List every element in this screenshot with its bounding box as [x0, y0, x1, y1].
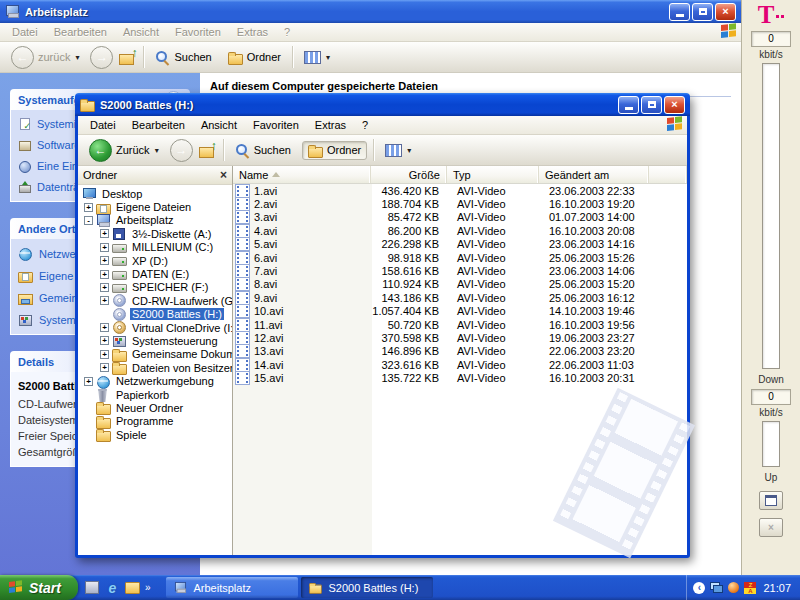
- search-button[interactable]: Suchen: [230, 141, 296, 159]
- tree-item-millenium-c[interactable]: +MILLENIUM (C:): [78, 241, 232, 254]
- tree-item-netzwerkumgebung[interactable]: +Netzwerkumgebung: [78, 374, 232, 387]
- file-row-14-avi[interactable]: 14.avi323.616 KBAVI-Video22.06.2003 11:0…: [233, 358, 687, 371]
- expander-icon[interactable]: +: [84, 377, 93, 386]
- file-row-5-avi[interactable]: 5.avi226.298 KBAVI-Video23.06.2003 14:16: [233, 238, 687, 251]
- menu-item-bearbeiten[interactable]: Bearbeiten: [124, 118, 193, 132]
- views-button[interactable]: ▾: [380, 142, 416, 159]
- minimize-button[interactable]: [669, 3, 690, 21]
- restore-button[interactable]: [692, 3, 713, 21]
- menu-item-[interactable]: ?: [276, 25, 298, 39]
- overflow-chevron-icon[interactable]: »: [145, 582, 151, 593]
- tree-item-speicher-f[interactable]: +SPEICHER (F:): [78, 281, 232, 294]
- column-header-ge-ndert-am[interactable]: Geändert am: [539, 166, 649, 183]
- menu-item-ansicht[interactable]: Ansicht: [115, 25, 167, 39]
- file-row-8-avi[interactable]: 8.avi110.924 KBAVI-Video25.06.2003 15:20: [233, 278, 687, 291]
- menu-item-favoriten[interactable]: Favoriten: [167, 25, 229, 39]
- quick-launch-show-desktop[interactable]: [84, 580, 101, 596]
- expander-icon[interactable]: +: [100, 296, 109, 305]
- minimize-button[interactable]: [618, 96, 639, 114]
- expander-icon[interactable]: +: [100, 336, 109, 345]
- drive-icon: [112, 241, 127, 254]
- tree-item-s2000-battles-h[interactable]: S2000 Battles (H:): [78, 308, 232, 321]
- file-row-13-avi[interactable]: 13.avi146.896 KBAVI-Video22.06.2003 23:2…: [233, 345, 687, 358]
- file-row-9-avi[interactable]: 9.avi143.186 KBAVI-Video25.06.2003 16:12: [233, 291, 687, 304]
- titlebar-s2000[interactable]: S2000 Battles (H:) ×: [75, 93, 690, 116]
- tree-item-daten-e[interactable]: +DATEN (E:): [78, 267, 232, 280]
- agent-icon[interactable]: [728, 582, 739, 593]
- menu-item-[interactable]: ?: [354, 118, 376, 132]
- file-row-4-avi[interactable]: 4.avi86.200 KBAVI-Video16.10.2003 20:08: [233, 224, 687, 237]
- folders-button[interactable]: Ordner: [302, 141, 367, 160]
- menu-item-extras[interactable]: Extras: [229, 25, 276, 39]
- expander-icon[interactable]: +: [84, 203, 93, 212]
- menu-item-bearbeiten[interactable]: Bearbeiten: [46, 25, 115, 39]
- file-row-10-avi[interactable]: 10.avi1.057.404 KBAVI-Video14.10.2003 19…: [233, 305, 687, 318]
- taskbar-button-arbeitsplatz[interactable]: Arbeitsplatz: [166, 577, 298, 598]
- collapse-chevron-icon[interactable]: ‹: [693, 582, 705, 594]
- close-button[interactable]: ×: [664, 96, 685, 114]
- tree-item-gemeinsame-dokumente[interactable]: +Gemeinsame Dokumente: [78, 348, 232, 361]
- start-button[interactable]: Start: [0, 575, 78, 600]
- panel-window-button[interactable]: [759, 491, 783, 510]
- tree-item-dateien-von-besitzer[interactable]: +Dateien von Besitzer: [78, 361, 232, 374]
- taskbar-button-s2000-battles-h[interactable]: S2000 Battles (H:): [301, 577, 433, 598]
- file-modified: 25.06.2003 15:26: [539, 252, 649, 264]
- tree-item-cd-rw-laufwerk-g[interactable]: +CD-RW-Laufwerk (G:): [78, 294, 232, 307]
- menu-item-ansicht[interactable]: Ansicht: [193, 118, 245, 132]
- file-row-6-avi[interactable]: 6.avi98.918 KBAVI-Video25.06.2003 15:26: [233, 251, 687, 264]
- column-header-name[interactable]: Name: [233, 166, 371, 183]
- close-icon[interactable]: ×: [220, 169, 227, 181]
- file-row-15-avi[interactable]: 15.avi135.722 KBAVI-Video16.10.2003 20:3…: [233, 371, 687, 384]
- forward-button[interactable]: →: [90, 46, 113, 69]
- network-icon[interactable]: [710, 582, 723, 593]
- menu-item-favoriten[interactable]: Favoriten: [245, 118, 307, 132]
- tree-item-eigene-dateien[interactable]: +Eigene Dateien: [78, 200, 232, 213]
- expander-icon[interactable]: +: [100, 363, 109, 372]
- expander-icon[interactable]: +: [100, 350, 109, 359]
- quick-launch-internet-explorer[interactable]: e: [104, 580, 121, 596]
- up-button[interactable]: ↑: [119, 50, 137, 65]
- column-header-typ[interactable]: Typ: [447, 166, 539, 183]
- expander-icon[interactable]: +: [100, 283, 109, 292]
- quick-launch-folder[interactable]: [124, 580, 141, 596]
- search-button[interactable]: Suchen: [150, 48, 216, 66]
- file-row-2-avi[interactable]: 2.avi188.704 KBAVI-Video16.10.2003 19:20: [233, 197, 687, 210]
- close-button[interactable]: ×: [715, 3, 736, 21]
- tree-item-desktop[interactable]: Desktop: [78, 187, 232, 200]
- tree-item-systemsteuerung[interactable]: +Systemsteuerung: [78, 334, 232, 347]
- column-header-gr-e[interactable]: Größe: [371, 166, 447, 183]
- file-name-cell: 14.avi: [233, 358, 371, 372]
- menu-item-datei[interactable]: Datei: [82, 118, 124, 132]
- forward-button[interactable]: →: [170, 139, 193, 162]
- expander-icon[interactable]: +: [100, 243, 109, 252]
- tree-item-neuer-ordner[interactable]: Neuer Ordner: [78, 401, 232, 414]
- expander-icon[interactable]: +: [100, 229, 109, 238]
- tree-item-programme[interactable]: Programme: [78, 415, 232, 428]
- file-row-7-avi[interactable]: 7.avi158.616 KBAVI-Video23.06.2003 14:06: [233, 264, 687, 277]
- tree-item-xp-d[interactable]: +XP (D:): [78, 254, 232, 267]
- menu-item-datei[interactable]: Datei: [4, 25, 46, 39]
- file-row-3-avi[interactable]: 3.avi85.472 KBAVI-Video01.07.2003 14:00: [233, 211, 687, 224]
- expander-icon[interactable]: -: [84, 216, 93, 225]
- expander-icon[interactable]: +: [100, 323, 109, 332]
- panel-close-button[interactable]: ×: [759, 518, 783, 537]
- views-button[interactable]: ▾: [299, 49, 335, 66]
- file-row-12-avi[interactable]: 12.avi370.598 KBAVI-Video19.06.2003 23:2…: [233, 331, 687, 344]
- file-row-1-avi[interactable]: 1.avi436.420 KBAVI-Video23.06.2003 22:33: [233, 184, 687, 197]
- tree-item-arbeitsplatz[interactable]: -Arbeitsplatz: [78, 214, 232, 227]
- zonealarm-icon[interactable]: ZA: [744, 582, 756, 594]
- titlebar-arbeitsplatz[interactable]: Arbeitsplatz ×: [0, 0, 741, 23]
- tree-item-spiele[interactable]: Spiele: [78, 428, 232, 441]
- up-button[interactable]: ↑: [199, 143, 217, 158]
- tree-item-3-diskette-a[interactable]: +3½-Diskette (A:): [78, 227, 232, 240]
- expander-icon[interactable]: +: [100, 270, 109, 279]
- tree-item-virtual-clonedrive-i[interactable]: +Virtual CloneDrive (I:): [78, 321, 232, 334]
- maximize-button[interactable]: [641, 96, 662, 114]
- menu-item-extras[interactable]: Extras: [307, 118, 354, 132]
- expander-icon[interactable]: +: [100, 256, 109, 265]
- folders-button[interactable]: Ordner: [223, 49, 286, 66]
- tree-item-papierkorb[interactable]: Papierkorb: [78, 388, 232, 401]
- back-button[interactable]: ← zurück ▾: [6, 44, 84, 71]
- file-row-11-avi[interactable]: 11.avi50.720 KBAVI-Video16.10.2003 19:56: [233, 318, 687, 331]
- back-button[interactable]: ← Zurück ▾: [84, 137, 164, 164]
